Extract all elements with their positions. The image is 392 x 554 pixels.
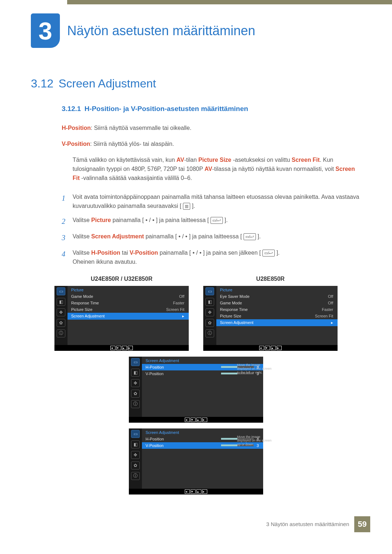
- pip-icon: ◧: [131, 369, 140, 377]
- model-label-left: U24E850R / U32E850R: [54, 276, 189, 282]
- osd-sidebar: ▭ ◧ ✥ ✿ ⓘ: [203, 286, 216, 345]
- osd-d-wrap: ▭ ◧ ✥ ✿ ⓘ Screen Adjustment H-Position 3…: [129, 428, 263, 495]
- osd-sidebar: ▭ ◧ ✥ ✿ ⓘ: [129, 428, 142, 489]
- gear-icon: ✿: [131, 461, 140, 469]
- footer-chapter-text: 3 Näytön asetusten määrittäminen: [266, 521, 349, 527]
- info-note: Tämä valikko on käytettävissä vain, kun …: [73, 156, 359, 182]
- osd-tooltip: Move the image displayed on the screen u…: [237, 435, 273, 447]
- info-picturesize: Picture Size: [199, 157, 232, 163]
- arrows-icon: ✥: [57, 308, 65, 316]
- section-number: 3.12: [31, 77, 53, 90]
- gear-icon: ✿: [57, 319, 65, 327]
- osd-row-picture-size: Picture SizeScreen Fit: [216, 313, 338, 319]
- chevron-right-icon: [182, 314, 184, 319]
- step-3: 3 Valitse Screen Adjustment painamalla […: [62, 232, 359, 243]
- monitor-icon: ▭: [205, 287, 214, 295]
- vposition-text: : Siirrä näyttöä ylös- tai alaspäin.: [90, 141, 174, 147]
- info-av: AV: [176, 157, 184, 163]
- gear-icon: ✿: [205, 319, 214, 327]
- info-text: -tilassa ja näyttö näyttää kuvan normaal…: [212, 166, 336, 172]
- nav-left-icon: ◂: [185, 489, 190, 494]
- nav-up-icon: ▴: [122, 346, 127, 350]
- info-icon: ⓘ: [205, 329, 214, 337]
- info-text: Tämä valikko on käytettävissä vain, kun: [73, 157, 176, 163]
- info-icon: ⓘ: [57, 329, 65, 337]
- step-number: 2: [62, 216, 73, 227]
- osd-row-screen-adjustment: Screen Adjustment: [68, 313, 189, 320]
- subsection-number: 3.12.1: [62, 105, 81, 112]
- vposition-label: V-Position: [62, 141, 90, 147]
- section-heading: 3.12Screen Adjustment: [31, 77, 392, 90]
- vposition-definition: V-Position: Siirrä näyttöä ylös- tai ala…: [62, 140, 359, 148]
- hposition-definition: H-Position: Siirrä näyttöä vasemmalle ta…: [62, 124, 359, 132]
- osd-nav-buttons: ◂▾▴▸: [129, 417, 263, 423]
- subsection-title-text: H-Position- ja V-Position-asetusten määr…: [85, 105, 248, 112]
- nav-up-icon: ▴: [196, 489, 201, 494]
- nav-left-icon: ◂: [110, 346, 115, 350]
- monitor-icon: ▭: [57, 287, 65, 295]
- step-4: 4 Valitse H-Position tai V-Position pain…: [62, 249, 359, 267]
- info-text: -valinnalla säätää vaakasijaintia välill…: [80, 175, 192, 181]
- nav-right-icon: ▸: [202, 489, 207, 494]
- step-text: Valitse Screen Adjustment painamalla [ •…: [73, 232, 261, 243]
- pip-icon: ◧: [57, 298, 65, 306]
- chapter-header: 3 Näytön asetusten määrittäminen: [31, 13, 392, 48]
- info-text: -tilan: [184, 157, 198, 163]
- enter-icon: ▭/⮐: [211, 217, 223, 224]
- nav-up-icon: ▴: [196, 418, 201, 422]
- step-number: 4: [62, 249, 73, 267]
- osd-title: Screen Adjustment: [142, 357, 263, 364]
- osd-title: Picture: [68, 286, 189, 293]
- osd-sidebar: ▭ ◧ ✥ ✿ ⓘ: [129, 357, 142, 417]
- osd-row-picture-size: Picture SizeScreen Fit: [68, 306, 189, 313]
- osd-menu-d: ▭ ◧ ✥ ✿ ⓘ Screen Adjustment H-Position 3…: [129, 428, 263, 495]
- hposition-label: H-Position: [62, 125, 91, 131]
- step-list: 1 Voit avata toimintonäppäinoppaan paina…: [62, 193, 359, 266]
- nav-down-icon: ▾: [191, 489, 196, 494]
- nav-down-icon: ▾: [191, 418, 196, 422]
- info-icon: ⓘ: [131, 400, 140, 408]
- nav-down-icon: ▾: [265, 346, 270, 350]
- menu-icon: ▥: [183, 203, 190, 210]
- monitor-icon: ▭: [131, 358, 140, 366]
- step-text: Voit avata toimintonäppäinoppaan painama…: [73, 193, 359, 211]
- arrows-icon: ✥: [205, 308, 214, 316]
- monitor-icon: ▭: [131, 430, 140, 438]
- osd-row-response-time: Response TimeFaster: [216, 306, 338, 313]
- osd-nav-buttons: ◂▾▴▸: [129, 489, 263, 495]
- nav-up-icon: ▴: [271, 346, 276, 350]
- nav-right-icon: ▸: [202, 418, 207, 422]
- osd-row-game-mode: Game ModeOff: [68, 293, 189, 300]
- osd-row-eye-saver: Eye Saver ModeOff: [216, 293, 338, 300]
- chapter-title: Näytön asetusten määrittäminen: [67, 23, 255, 38]
- nav-right-icon: ▸: [277, 346, 282, 350]
- nav-left-icon: ◂: [259, 346, 264, 350]
- pip-icon: ◧: [205, 298, 214, 306]
- document-page: 3 Näytön asetusten määrittäminen 3.12Scr…: [0, 0, 392, 547]
- arrows-icon: ✥: [131, 451, 140, 459]
- step-1: 1 Voit avata toimintonäppäinoppaan paina…: [62, 193, 359, 211]
- info-text: -asetukseksi on valittu: [231, 157, 291, 163]
- osd-row-screen-adjustment: Screen Adjustment: [216, 319, 338, 326]
- arrows-icon: ✥: [131, 379, 140, 387]
- step-2: 2 Valitse Picture painamalla [ • / • ] j…: [62, 216, 359, 227]
- osd-tooltip: Move the image displayed on the screen t…: [237, 363, 273, 375]
- osd-column-right: U28E850R ▭ ◧ ✥ ✿ ⓘ Picture Eye Saver Mod…: [203, 276, 338, 351]
- step-text: Valitse H-Position tai V-Position painam…: [73, 249, 280, 267]
- osd-sidebar: ▭ ◧ ✥ ✿ ⓘ: [54, 286, 68, 345]
- section-title-text: Screen Adjustment: [58, 77, 156, 90]
- step-text: Valitse Picture painamalla [ • / • ] ja …: [73, 216, 228, 227]
- osd-nav-buttons: ◂▾▴▸: [54, 345, 189, 351]
- nav-right-icon: ▸: [128, 346, 133, 350]
- chapter-number-badge: 3: [31, 13, 60, 48]
- step-number: 1: [62, 193, 73, 211]
- info-screenfit: Screen Fit: [292, 157, 320, 163]
- enter-icon: ▭/⮐: [244, 233, 256, 240]
- osd-title: Picture: [216, 286, 338, 293]
- enter-icon: ▭/⮐: [262, 250, 275, 257]
- osd-row-game-mode: Game ModeOff: [216, 300, 338, 306]
- osd-menu-c: ▭ ◧ ✥ ✿ ⓘ Screen Adjustment H-Position 3…: [129, 357, 263, 423]
- osd-row-response-time: Response TimeFaster: [68, 300, 189, 306]
- footer-page-number: 59: [354, 516, 370, 532]
- page-footer: 3 Näytön asetusten määrittäminen 59: [0, 516, 392, 532]
